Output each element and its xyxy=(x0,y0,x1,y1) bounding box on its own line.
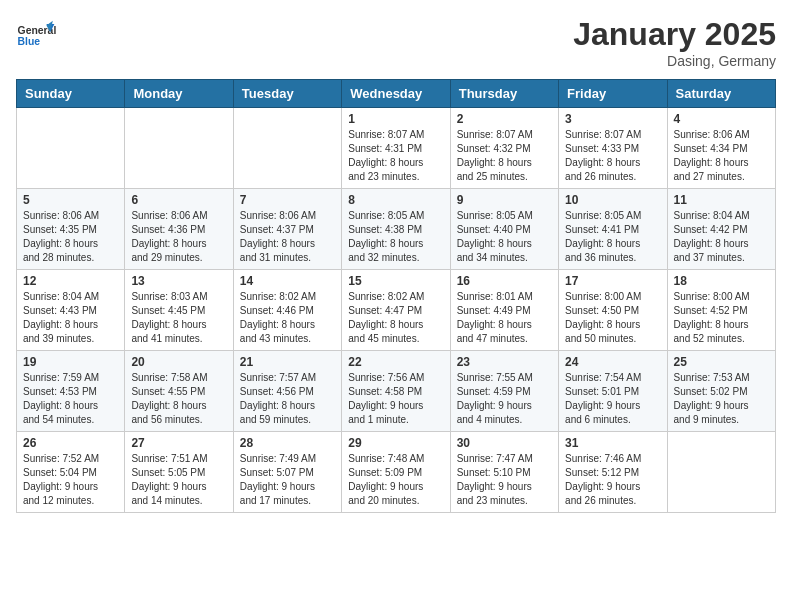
calendar-day-cell: 1Sunrise: 8:07 AM Sunset: 4:31 PM Daylig… xyxy=(342,108,450,189)
day-info: Sunrise: 8:06 AM Sunset: 4:37 PM Dayligh… xyxy=(240,209,335,265)
calendar-day-cell: 19Sunrise: 7:59 AM Sunset: 4:53 PM Dayli… xyxy=(17,351,125,432)
calendar-week-row: 5Sunrise: 8:06 AM Sunset: 4:35 PM Daylig… xyxy=(17,189,776,270)
calendar-day-cell: 14Sunrise: 8:02 AM Sunset: 4:46 PM Dayli… xyxy=(233,270,341,351)
calendar-day-cell: 16Sunrise: 8:01 AM Sunset: 4:49 PM Dayli… xyxy=(450,270,558,351)
day-number: 16 xyxy=(457,274,552,288)
calendar-day-cell: 28Sunrise: 7:49 AM Sunset: 5:07 PM Dayli… xyxy=(233,432,341,513)
calendar-day-cell: 11Sunrise: 8:04 AM Sunset: 4:42 PM Dayli… xyxy=(667,189,775,270)
calendar-day-cell xyxy=(125,108,233,189)
calendar-day-cell xyxy=(667,432,775,513)
calendar-day-cell: 29Sunrise: 7:48 AM Sunset: 5:09 PM Dayli… xyxy=(342,432,450,513)
day-info: Sunrise: 8:00 AM Sunset: 4:52 PM Dayligh… xyxy=(674,290,769,346)
day-info: Sunrise: 8:02 AM Sunset: 4:47 PM Dayligh… xyxy=(348,290,443,346)
day-number: 11 xyxy=(674,193,769,207)
calendar-day-cell: 24Sunrise: 7:54 AM Sunset: 5:01 PM Dayli… xyxy=(559,351,667,432)
day-number: 3 xyxy=(565,112,660,126)
day-info: Sunrise: 8:03 AM Sunset: 4:45 PM Dayligh… xyxy=(131,290,226,346)
day-number: 8 xyxy=(348,193,443,207)
calendar-day-cell: 2Sunrise: 8:07 AM Sunset: 4:32 PM Daylig… xyxy=(450,108,558,189)
weekday-header: Saturday xyxy=(667,80,775,108)
day-number: 5 xyxy=(23,193,118,207)
calendar-day-cell xyxy=(17,108,125,189)
day-info: Sunrise: 8:07 AM Sunset: 4:33 PM Dayligh… xyxy=(565,128,660,184)
calendar-week-row: 1Sunrise: 8:07 AM Sunset: 4:31 PM Daylig… xyxy=(17,108,776,189)
calendar-day-cell: 20Sunrise: 7:58 AM Sunset: 4:55 PM Dayli… xyxy=(125,351,233,432)
day-number: 20 xyxy=(131,355,226,369)
day-info: Sunrise: 7:55 AM Sunset: 4:59 PM Dayligh… xyxy=(457,371,552,427)
day-number: 25 xyxy=(674,355,769,369)
calendar-day-cell: 15Sunrise: 8:02 AM Sunset: 4:47 PM Dayli… xyxy=(342,270,450,351)
calendar-day-cell: 8Sunrise: 8:05 AM Sunset: 4:38 PM Daylig… xyxy=(342,189,450,270)
calendar-day-cell: 21Sunrise: 7:57 AM Sunset: 4:56 PM Dayli… xyxy=(233,351,341,432)
day-number: 9 xyxy=(457,193,552,207)
day-info: Sunrise: 8:01 AM Sunset: 4:49 PM Dayligh… xyxy=(457,290,552,346)
calendar-day-cell: 13Sunrise: 8:03 AM Sunset: 4:45 PM Dayli… xyxy=(125,270,233,351)
day-number: 17 xyxy=(565,274,660,288)
day-number: 30 xyxy=(457,436,552,450)
month-title: January 2025 xyxy=(573,16,776,53)
title-area: January 2025 Dasing, Germany xyxy=(573,16,776,69)
day-info: Sunrise: 7:54 AM Sunset: 5:01 PM Dayligh… xyxy=(565,371,660,427)
calendar-week-row: 12Sunrise: 8:04 AM Sunset: 4:43 PM Dayli… xyxy=(17,270,776,351)
day-info: Sunrise: 8:05 AM Sunset: 4:40 PM Dayligh… xyxy=(457,209,552,265)
day-number: 26 xyxy=(23,436,118,450)
day-info: Sunrise: 8:05 AM Sunset: 4:38 PM Dayligh… xyxy=(348,209,443,265)
day-number: 12 xyxy=(23,274,118,288)
day-info: Sunrise: 7:59 AM Sunset: 4:53 PM Dayligh… xyxy=(23,371,118,427)
calendar-day-cell: 26Sunrise: 7:52 AM Sunset: 5:04 PM Dayli… xyxy=(17,432,125,513)
day-info: Sunrise: 7:53 AM Sunset: 5:02 PM Dayligh… xyxy=(674,371,769,427)
day-info: Sunrise: 7:51 AM Sunset: 5:05 PM Dayligh… xyxy=(131,452,226,508)
calendar-week-row: 19Sunrise: 7:59 AM Sunset: 4:53 PM Dayli… xyxy=(17,351,776,432)
calendar-table: SundayMondayTuesdayWednesdayThursdayFrid… xyxy=(16,79,776,513)
day-number: 4 xyxy=(674,112,769,126)
day-number: 24 xyxy=(565,355,660,369)
calendar-day-cell: 22Sunrise: 7:56 AM Sunset: 4:58 PM Dayli… xyxy=(342,351,450,432)
day-number: 22 xyxy=(348,355,443,369)
weekday-header: Monday xyxy=(125,80,233,108)
day-number: 19 xyxy=(23,355,118,369)
day-info: Sunrise: 8:04 AM Sunset: 4:43 PM Dayligh… xyxy=(23,290,118,346)
logo-icon: General Blue xyxy=(16,16,56,56)
calendar-day-cell: 10Sunrise: 8:05 AM Sunset: 4:41 PM Dayli… xyxy=(559,189,667,270)
calendar-header-row: SundayMondayTuesdayWednesdayThursdayFrid… xyxy=(17,80,776,108)
day-number: 31 xyxy=(565,436,660,450)
day-info: Sunrise: 7:48 AM Sunset: 5:09 PM Dayligh… xyxy=(348,452,443,508)
day-info: Sunrise: 8:06 AM Sunset: 4:34 PM Dayligh… xyxy=(674,128,769,184)
day-number: 18 xyxy=(674,274,769,288)
day-info: Sunrise: 8:00 AM Sunset: 4:50 PM Dayligh… xyxy=(565,290,660,346)
page-header: General Blue January 2025 Dasing, German… xyxy=(16,16,776,69)
weekday-header: Wednesday xyxy=(342,80,450,108)
day-number: 2 xyxy=(457,112,552,126)
day-number: 21 xyxy=(240,355,335,369)
day-number: 23 xyxy=(457,355,552,369)
weekday-header: Sunday xyxy=(17,80,125,108)
day-info: Sunrise: 8:04 AM Sunset: 4:42 PM Dayligh… xyxy=(674,209,769,265)
logo: General Blue xyxy=(16,16,60,56)
day-info: Sunrise: 8:02 AM Sunset: 4:46 PM Dayligh… xyxy=(240,290,335,346)
day-number: 10 xyxy=(565,193,660,207)
day-number: 6 xyxy=(131,193,226,207)
calendar-day-cell: 30Sunrise: 7:47 AM Sunset: 5:10 PM Dayli… xyxy=(450,432,558,513)
day-number: 27 xyxy=(131,436,226,450)
day-info: Sunrise: 7:58 AM Sunset: 4:55 PM Dayligh… xyxy=(131,371,226,427)
calendar-day-cell: 7Sunrise: 8:06 AM Sunset: 4:37 PM Daylig… xyxy=(233,189,341,270)
calendar-day-cell: 12Sunrise: 8:04 AM Sunset: 4:43 PM Dayli… xyxy=(17,270,125,351)
day-number: 13 xyxy=(131,274,226,288)
day-info: Sunrise: 7:57 AM Sunset: 4:56 PM Dayligh… xyxy=(240,371,335,427)
day-info: Sunrise: 8:07 AM Sunset: 4:31 PM Dayligh… xyxy=(348,128,443,184)
day-info: Sunrise: 8:07 AM Sunset: 4:32 PM Dayligh… xyxy=(457,128,552,184)
weekday-header: Thursday xyxy=(450,80,558,108)
day-info: Sunrise: 8:06 AM Sunset: 4:35 PM Dayligh… xyxy=(23,209,118,265)
calendar-day-cell: 9Sunrise: 8:05 AM Sunset: 4:40 PM Daylig… xyxy=(450,189,558,270)
calendar-day-cell: 4Sunrise: 8:06 AM Sunset: 4:34 PM Daylig… xyxy=(667,108,775,189)
day-info: Sunrise: 7:47 AM Sunset: 5:10 PM Dayligh… xyxy=(457,452,552,508)
day-info: Sunrise: 8:06 AM Sunset: 4:36 PM Dayligh… xyxy=(131,209,226,265)
day-info: Sunrise: 7:56 AM Sunset: 4:58 PM Dayligh… xyxy=(348,371,443,427)
day-number: 7 xyxy=(240,193,335,207)
calendar-day-cell: 25Sunrise: 7:53 AM Sunset: 5:02 PM Dayli… xyxy=(667,351,775,432)
calendar-day-cell xyxy=(233,108,341,189)
day-number: 28 xyxy=(240,436,335,450)
day-info: Sunrise: 8:05 AM Sunset: 4:41 PM Dayligh… xyxy=(565,209,660,265)
calendar-day-cell: 5Sunrise: 8:06 AM Sunset: 4:35 PM Daylig… xyxy=(17,189,125,270)
day-info: Sunrise: 7:46 AM Sunset: 5:12 PM Dayligh… xyxy=(565,452,660,508)
